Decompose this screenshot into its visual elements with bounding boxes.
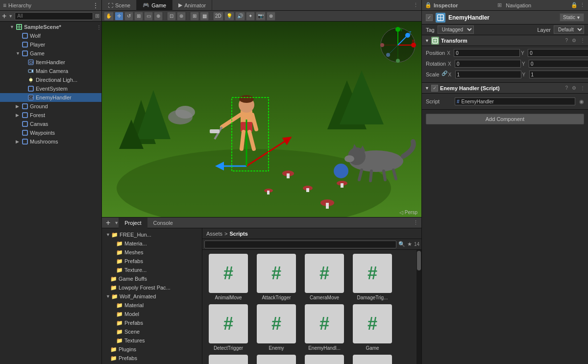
pos-y-input[interactable] bbox=[528, 49, 588, 57]
rotate-tool[interactable]: ↺ bbox=[124, 12, 133, 21]
file-scrollbar[interactable] bbox=[416, 250, 421, 364]
layer-dropdown[interactable]: Default bbox=[554, 25, 584, 34]
scale-y-input[interactable] bbox=[529, 71, 588, 78]
tree-item-ground[interactable]: ▶ Ground bbox=[0, 102, 101, 111]
fx-btn[interactable]: ✦ bbox=[246, 12, 255, 21]
static-button[interactable]: Static ▼ bbox=[560, 13, 584, 22]
file-item[interactable]: # Game bbox=[350, 304, 394, 351]
file-item[interactable]: # DamageTrig... bbox=[350, 254, 394, 300]
tree-item-eventsystem[interactable]: EventSystem bbox=[0, 84, 101, 93]
file-item[interactable]: # ItemHandler bbox=[206, 355, 250, 364]
tree-item-mushrooms[interactable]: ▶ Mushrooms bbox=[0, 137, 101, 146]
file-tree-item[interactable]: ▼ 📁 FREE_Hun... bbox=[102, 230, 202, 239]
file-item[interactable]: # AttackTrigger bbox=[254, 254, 298, 300]
tree-item-itemhandler[interactable]: C# ItemHandler bbox=[0, 58, 101, 67]
tree-item-player[interactable]: Player bbox=[0, 40, 101, 49]
file-tree-item[interactable]: ▶ 📁 Game Buffs bbox=[102, 274, 202, 283]
tab-game[interactable]: 🎮 Game bbox=[137, 0, 172, 11]
tree-item-maincamera[interactable]: Main Camera bbox=[0, 67, 101, 75]
scale-x-input[interactable] bbox=[455, 71, 521, 78]
context-icon[interactable]: ⋮ bbox=[580, 38, 585, 43]
transform-tool[interactable]: ⊕ bbox=[154, 12, 163, 21]
lock-icon[interactable]: 🔒 bbox=[425, 2, 432, 8]
file-tree-item[interactable]: ▶ 📁 Texture... bbox=[102, 266, 202, 274]
settings-icon[interactable]: ⚙ bbox=[572, 38, 576, 43]
2d-btn[interactable]: 2D bbox=[213, 12, 223, 21]
add-button[interactable]: + bbox=[2, 12, 6, 21]
file-item[interactable]: # CameraMove bbox=[302, 254, 346, 300]
tree-item-canvas[interactable]: Canvas bbox=[0, 120, 101, 128]
file-item[interactable]: # AnimalMove bbox=[206, 254, 250, 300]
context-icon2[interactable]: ⋮ bbox=[580, 85, 585, 91]
tab-project[interactable]: Project bbox=[119, 218, 147, 228]
move-tool[interactable]: ✛ bbox=[115, 12, 123, 21]
transform-component-header[interactable]: ▼ Transform ? ⚙ ⋮ bbox=[422, 35, 588, 46]
file-tree-item[interactable]: ▶ 📁 Material bbox=[102, 301, 202, 310]
help-icon[interactable]: ? bbox=[565, 38, 568, 43]
tree-item-game[interactable]: ▼ Game bbox=[0, 49, 101, 58]
inspector-menu[interactable]: ⋮ bbox=[580, 2, 585, 8]
global-btn[interactable]: ⊛ bbox=[177, 12, 186, 21]
tab-animator[interactable]: ▶ Animator bbox=[172, 0, 212, 11]
file-tree-item[interactable]: ▶ 📁 Model bbox=[102, 310, 202, 318]
rot-y-input[interactable] bbox=[529, 60, 588, 68]
file-tree-item[interactable]: ▶ 📁 Prefabs bbox=[102, 354, 202, 363]
file-icon-box: # bbox=[209, 304, 248, 343]
tree-item-wolf[interactable]: Wolf bbox=[0, 31, 101, 40]
file-item[interactable]: # EnemyHandl... bbox=[302, 304, 346, 351]
add-component-button[interactable]: Add Component bbox=[426, 114, 584, 124]
add-btn[interactable]: + bbox=[102, 218, 114, 227]
panel-menu[interactable]: ⋮ bbox=[410, 219, 421, 226]
tree-item-samplescene[interactable]: ▼ SampleScene* ⋮ bbox=[0, 23, 101, 31]
rot-x-input[interactable] bbox=[455, 60, 521, 68]
audio-btn[interactable]: 🔊 bbox=[235, 12, 245, 21]
scene-menu[interactable]: ⋮ bbox=[97, 24, 101, 30]
grid-btn[interactable]: ▦ bbox=[200, 12, 209, 21]
scene-menu-icon[interactable]: ⋮ bbox=[410, 2, 421, 8]
tab-scene[interactable]: ⛶ Scene bbox=[102, 0, 137, 11]
hand-tool[interactable]: ✋ bbox=[104, 12, 114, 21]
hierarchy-search[interactable] bbox=[15, 12, 93, 20]
pos-x-input[interactable] bbox=[454, 49, 520, 57]
tree-item-enemyhandler[interactable]: C# EnemyHandler bbox=[0, 93, 101, 102]
gizmos-btn[interactable]: ⊗ bbox=[267, 12, 275, 21]
scale-tool[interactable]: ⊞ bbox=[134, 12, 143, 21]
tree-item-forest[interactable]: ▶ Forest bbox=[0, 111, 101, 120]
obj-active-checkbox[interactable]: ✓ bbox=[426, 14, 433, 21]
pivot-btn[interactable]: ⊡ bbox=[167, 12, 176, 21]
help-icon2[interactable]: ? bbox=[565, 85, 568, 91]
file-tree-item[interactable]: ▶ 📁 Materia... bbox=[102, 239, 202, 248]
camera-btn[interactable]: 📷 bbox=[256, 12, 266, 21]
script-select-icon[interactable]: ◉ bbox=[579, 98, 584, 105]
rect-tool[interactable]: ▭ bbox=[144, 12, 153, 21]
script-active-checkbox[interactable]: ✓ bbox=[431, 85, 438, 92]
file-tree-item[interactable]: ▶ 📁 Lowpoly Forest Pac... bbox=[102, 283, 202, 292]
file-item[interactable]: # MegaMushr... bbox=[254, 355, 298, 364]
light-btn[interactable]: 💡 bbox=[224, 12, 234, 21]
file-tree-item[interactable]: ▶ 📁 Plugins bbox=[102, 345, 202, 354]
file-item[interactable]: # DetectTrigger bbox=[206, 304, 250, 351]
inspector-lock2[interactable]: 🔒 bbox=[571, 2, 578, 8]
file-item[interactable]: # Mushroom bbox=[302, 355, 346, 364]
search-expand-icon[interactable]: ⊞ bbox=[95, 13, 99, 19]
tree-item-directionallight[interactable]: Directional Ligh... bbox=[0, 75, 101, 84]
file-tree-item[interactable]: ▶ 📁 Prefabs bbox=[102, 318, 202, 327]
add-dropdown[interactable]: ▼ bbox=[114, 220, 119, 225]
file-item[interactable]: # Player bbox=[350, 355, 394, 364]
tag-dropdown[interactable]: Untagged bbox=[438, 25, 474, 34]
script-component-header[interactable]: ▼ ✓ Enemy Handler (Script) ? ⚙ ⋮ bbox=[422, 83, 588, 94]
file-tree-item[interactable]: ▶ 📁 Prefabs bbox=[102, 257, 202, 266]
hierarchy-menu-icon[interactable]: ⋮ bbox=[93, 2, 98, 9]
dropdown-arrow[interactable]: ▼ bbox=[8, 14, 13, 19]
file-item[interactable]: # Enemy bbox=[254, 304, 298, 351]
file-tree-item[interactable]: ▼ 📁 Wolf_Animated bbox=[102, 292, 202, 301]
file-search-input[interactable] bbox=[204, 241, 396, 248]
file-tree-item[interactable]: ▶ 📁 Scene bbox=[102, 327, 202, 336]
file-tree-item[interactable]: ▶ 📁 Meshes bbox=[102, 248, 202, 257]
settings-icon2[interactable]: ⚙ bbox=[572, 85, 576, 91]
file-tree-item[interactable]: ▶ 📁 Textures bbox=[102, 336, 202, 345]
favorite-icon[interactable]: ★ bbox=[407, 241, 412, 247]
tab-console[interactable]: Console bbox=[147, 218, 179, 228]
tree-item-waypoints[interactable]: Waypoints bbox=[0, 128, 101, 137]
snap-btn[interactable]: ⊞ bbox=[190, 12, 199, 21]
